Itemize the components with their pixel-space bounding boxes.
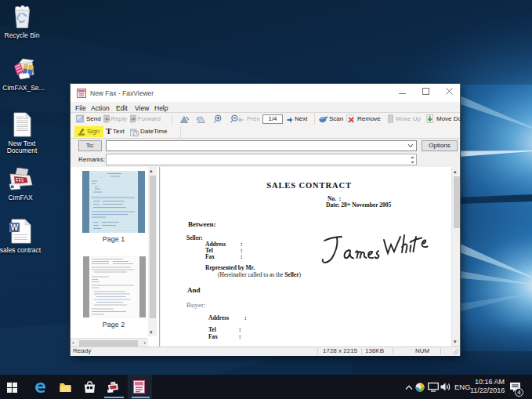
svg-text:W: W [11, 223, 19, 232]
